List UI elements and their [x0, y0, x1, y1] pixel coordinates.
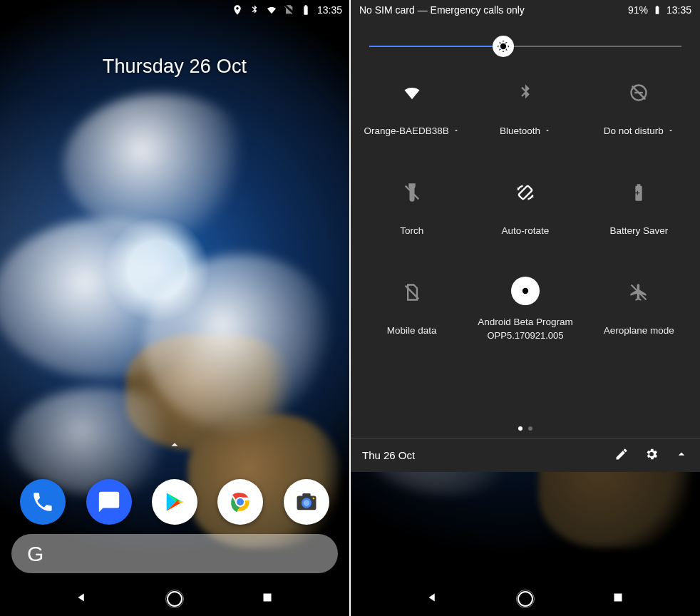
- tile-label: Bluetooth: [500, 125, 540, 138]
- tile-wifi[interactable]: Orange-BAEDB38B: [355, 77, 468, 143]
- tile-label: Orange-BAEDB38B: [364, 125, 449, 138]
- tile-label: Auto-rotate: [502, 225, 550, 237]
- svg-rect-8: [264, 594, 272, 602]
- bluetooth-icon: [249, 4, 260, 16]
- nav-back[interactable]: [74, 590, 90, 608]
- nav-bar: [351, 582, 700, 616]
- tile-dnd[interactable]: Do not disturb: [582, 77, 696, 143]
- search-pill[interactable]: G: [11, 534, 338, 573]
- tile-label: Torch: [400, 225, 423, 237]
- app-play-store[interactable]: [152, 479, 197, 525]
- no-sim-icon: [283, 4, 294, 16]
- edit-button[interactable]: [614, 447, 629, 463]
- chevron-down-icon[interactable]: [453, 125, 460, 138]
- quick-settings-panel: No SIM card — Emergency calls only 91% 1…: [351, 0, 700, 472]
- wifi-icon: [266, 4, 277, 16]
- nav-recents[interactable]: [610, 590, 626, 608]
- tile-mobile-data[interactable]: Mobile data: [355, 277, 468, 342]
- torch-icon: [396, 177, 428, 208]
- app-chrome[interactable]: [217, 479, 263, 525]
- tile-sublabel: OPP5.170921.005: [488, 330, 564, 342]
- tile-beta-program[interactable]: Android Beta Program OPP5.170921.005: [468, 277, 582, 342]
- pager-dot-active: [518, 426, 523, 431]
- nav-home[interactable]: [518, 591, 533, 607]
- tile-label: Android Beta Program: [478, 317, 573, 329]
- autorotate-icon: [510, 177, 541, 208]
- brightness-thumb[interactable]: [493, 36, 514, 57]
- phone-home: 13:35 Thursday 26 Oct G: [0, 0, 349, 616]
- dnd-icon: [623, 77, 654, 108]
- tile-label: Battery Saver: [609, 225, 668, 237]
- settings-button[interactable]: [644, 447, 659, 463]
- app-camera[interactable]: [284, 479, 329, 525]
- date-widget[interactable]: Thursday 26 Oct: [0, 56, 349, 78]
- chevron-down-icon[interactable]: [544, 125, 551, 138]
- google-g: G: [27, 542, 43, 566]
- airplane-icon: [623, 277, 654, 308]
- no-sim-icon: [396, 277, 428, 308]
- qs-status-bar: No SIM card — Emergency calls only 91% 1…: [351, 0, 700, 16]
- bluetooth-icon: [510, 77, 541, 108]
- nav-recents[interactable]: [259, 590, 275, 608]
- wifi-icon: [396, 77, 428, 108]
- svg-point-7: [312, 498, 314, 500]
- status-time: 13:35: [666, 4, 691, 16]
- tile-autorotate[interactable]: Auto-rotate: [468, 177, 582, 242]
- app-messages[interactable]: [86, 479, 132, 525]
- svg-point-1: [237, 498, 244, 505]
- chevron-down-icon[interactable]: [667, 125, 674, 138]
- svg-line-15: [632, 86, 646, 100]
- qs-footer: Thu 26 Oct: [351, 438, 700, 472]
- battery-icon: [652, 5, 662, 15]
- status-time: 13:35: [317, 4, 342, 16]
- battery-icon: [300, 4, 312, 16]
- tile-battery-saver[interactable]: Battery Saver: [582, 177, 696, 242]
- app-phone[interactable]: [20, 479, 66, 525]
- svg-rect-20: [614, 594, 622, 602]
- tile-label: Do not disturb: [604, 125, 664, 138]
- brightness-slider[interactable]: [369, 36, 681, 57]
- qs-tiles: Orange-BAEDB38B Bluetooth Do not disturb…: [351, 77, 700, 342]
- sim-status-text: No SIM card — Emergency calls only: [359, 4, 525, 16]
- status-bar: 13:35: [0, 0, 349, 20]
- pager-dot: [528, 426, 532, 431]
- tile-label: Aeroplane mode: [604, 325, 674, 337]
- nav-back[interactable]: [425, 590, 441, 608]
- qs-pager[interactable]: [351, 426, 700, 431]
- tile-bluetooth[interactable]: Bluetooth: [468, 77, 582, 143]
- nav-home[interactable]: [167, 591, 182, 607]
- battery-saver-icon: [623, 177, 654, 208]
- svg-point-6: [304, 500, 310, 506]
- tile-label: Mobile data: [387, 325, 437, 337]
- svg-rect-4: [302, 493, 310, 497]
- tile-torch[interactable]: Torch: [355, 177, 468, 242]
- nav-bar: [0, 582, 349, 616]
- battery-percent: 91%: [628, 4, 648, 16]
- dock: [0, 479, 349, 525]
- phone-quicksettings: G No SIM card — Emergency calls only 91%…: [351, 0, 700, 616]
- svg-point-18: [523, 288, 528, 294]
- beta-icon: [511, 277, 540, 305]
- footer-date[interactable]: Thu 26 Oct: [362, 449, 415, 461]
- collapse-button[interactable]: [674, 447, 689, 463]
- tile-airplane[interactable]: Aeroplane mode: [582, 277, 696, 342]
- apps-drawer-handle[interactable]: [167, 437, 182, 456]
- location-icon: [232, 4, 243, 16]
